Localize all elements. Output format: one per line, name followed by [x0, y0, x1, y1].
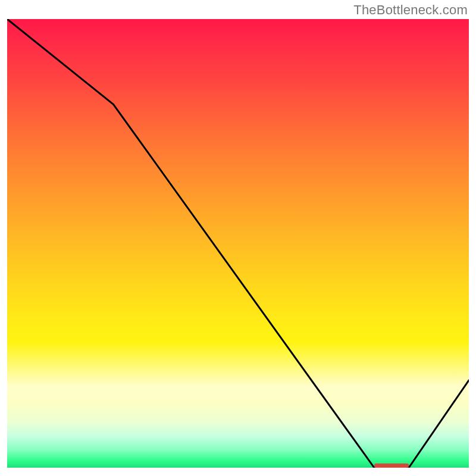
chart-min-marker [374, 464, 409, 468]
chart-plot-area [7, 19, 469, 468]
attribution-text: TheBottleneck.com [353, 2, 468, 18]
chart-line [7, 19, 469, 468]
chart-line-layer [7, 19, 469, 468]
